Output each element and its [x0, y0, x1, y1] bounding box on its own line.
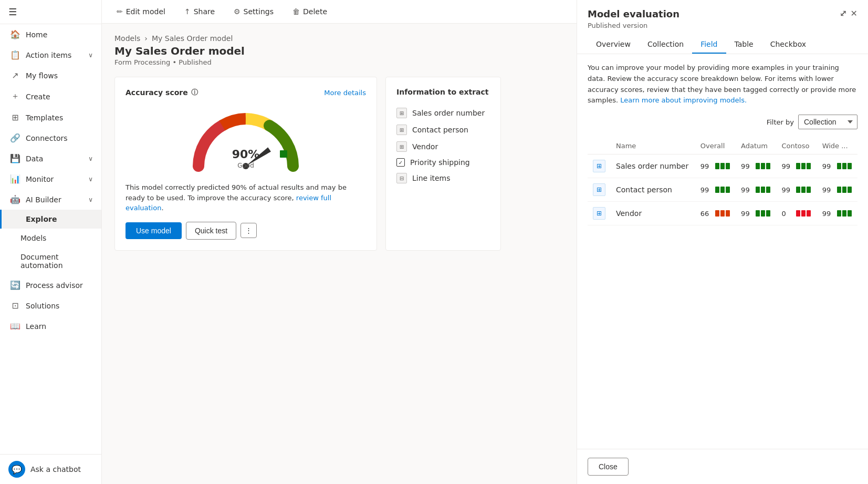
- sidebar-item-label: Learn: [26, 322, 46, 331]
- row-adatum: 99: [736, 155, 776, 178]
- sidebar-item-label: Explore: [26, 215, 57, 223]
- svg-text:90%: 90%: [232, 148, 260, 161]
- use-model-button[interactable]: Use model: [126, 222, 182, 239]
- list-item: ⊟ Line items: [396, 170, 490, 187]
- sidebar-item-connectors[interactable]: 🔗 Connectors: [0, 128, 101, 148]
- edit-model-button[interactable]: ✏ Edit model: [112, 5, 170, 18]
- info-card-title: Information to extract: [396, 88, 490, 96]
- sidebar-item-learn[interactable]: 📖 Learn: [0, 316, 101, 336]
- connectors-icon: 🔗: [10, 133, 20, 143]
- sidebar-item-data[interactable]: 💾 Data ∨: [0, 148, 101, 169]
- sidebar-item-models[interactable]: Models: [0, 229, 101, 248]
- accuracy-title-text: Accuracy score: [126, 88, 188, 97]
- learn-more-link[interactable]: Learn more about improving models.: [620, 96, 747, 104]
- row-contoso: 0: [776, 202, 817, 225]
- grid-icon: ⊞: [396, 108, 407, 118]
- row-name: Sales order number: [611, 155, 695, 178]
- sidebar-item-label: Solutions: [26, 302, 59, 310]
- sidebar-item-label: Document automation: [20, 253, 93, 270]
- sidebar-item-label: Process advisor: [26, 281, 83, 290]
- sidebar-item-home[interactable]: 🏠 Home: [0, 24, 101, 45]
- sidebar-header[interactable]: ☰: [0, 0, 101, 24]
- chevron-down-icon: ∨: [88, 196, 93, 203]
- sidebar-item-document-automation[interactable]: Document automation: [0, 248, 101, 275]
- close-button[interactable]: Close: [588, 458, 629, 476]
- chevron-down-icon: ∨: [88, 176, 93, 183]
- row-overall: 66: [695, 202, 736, 225]
- delete-button[interactable]: 🗑 Delete: [288, 5, 331, 18]
- row-contoso: 99: [776, 155, 817, 178]
- page-title: My Sales Order model: [114, 45, 564, 57]
- sidebar-item-my-flows[interactable]: ↗ My flows: [0, 65, 101, 86]
- sidebar-item-templates[interactable]: ⊞ Templates: [0, 107, 101, 128]
- table-header-row: Name Overall Adatum Contoso Wide ...: [588, 138, 857, 155]
- info-item-label: Line items: [412, 174, 451, 182]
- topbar: ✏ Edit model ↑ Share ⚙ Settings 🗑 Delete: [102, 0, 577, 24]
- quick-test-button[interactable]: Quick test: [186, 222, 236, 240]
- delete-label: Delete: [303, 7, 327, 16]
- share-label: Share: [194, 7, 215, 16]
- panel-title-actions: ⤢ ✕: [840, 8, 857, 18]
- sidebar-item-monitor[interactable]: 📊 Monitor ∨: [0, 169, 101, 189]
- breadcrumb-parent[interactable]: Models: [114, 34, 140, 43]
- tab-field[interactable]: Field: [692, 36, 726, 54]
- accuracy-description: This model correctly predicted 90% of ac…: [126, 182, 366, 213]
- tab-collection[interactable]: Collection: [639, 36, 692, 54]
- model-evaluation-panel: Model evaluation ⤢ ✕ Published version O…: [577, 0, 868, 484]
- flows-icon: ↗: [10, 70, 20, 80]
- tab-overview[interactable]: Overview: [588, 36, 639, 54]
- sidebar-item-label: AI Builder: [26, 195, 61, 204]
- sidebar-item-create[interactable]: ＋ Create: [0, 86, 101, 107]
- row-wide: 99: [817, 202, 857, 225]
- list-item: ⊞ Contact person: [396, 121, 490, 138]
- row-icon-cell: ⊞: [588, 178, 611, 202]
- panel-title-text: Model evaluation: [588, 8, 679, 19]
- solutions-icon: ⊡: [10, 301, 20, 311]
- panel-description: You can improve your model by providing …: [588, 63, 857, 106]
- edit-model-label: Edit model: [126, 7, 165, 16]
- chatbot-icon: 💬: [8, 461, 25, 478]
- row-overall: 99: [695, 178, 736, 202]
- th-adatum: Adatum: [736, 138, 776, 155]
- breadcrumb-current: My Sales Order model: [152, 34, 233, 43]
- card-header: Accuracy score ⓘ More details: [126, 88, 366, 97]
- tab-table[interactable]: Table: [726, 36, 762, 54]
- share-button[interactable]: ↑ Share: [180, 5, 219, 18]
- gauge-container: 90% Good: [126, 106, 366, 174]
- table-body: ⊞ Sales order number 99 99 99 99 ⊞ Conta…: [588, 155, 857, 225]
- row-name: Contact person: [611, 178, 695, 202]
- filter-select[interactable]: Collection All Adatum Contoso Wide World: [798, 115, 857, 129]
- process-advisor-icon: 🔄: [10, 280, 20, 290]
- expand-icon[interactable]: ⤢: [840, 8, 846, 18]
- row-name: Vendor: [611, 202, 695, 225]
- sidebar-item-label: Home: [26, 30, 47, 39]
- sidebar-item-label: Templates: [26, 114, 63, 122]
- close-panel-icon[interactable]: ✕: [851, 8, 857, 18]
- sidebar-item-action-items[interactable]: 📋 Action items ∨: [0, 45, 101, 65]
- sidebar-item-solutions[interactable]: ⊡ Solutions: [0, 295, 101, 316]
- svg-text:Good: Good: [237, 162, 254, 169]
- row-icon-cell: ⊞: [588, 155, 611, 178]
- panel-subtitle: Published version: [588, 22, 857, 29]
- grid-icon: ⊞: [396, 125, 407, 135]
- info-item-label: Priority shipping: [410, 158, 470, 167]
- row-icon-cell: ⊞: [588, 202, 611, 225]
- accuracy-card: Accuracy score ⓘ More details: [114, 77, 377, 251]
- tab-checkbox[interactable]: Checkbox: [762, 36, 814, 54]
- field-icon: ⊞: [593, 183, 605, 196]
- sidebar-item-ai-builder[interactable]: 🤖 AI Builder ∨: [0, 189, 101, 210]
- sidebar-item-explore[interactable]: Explore: [0, 210, 101, 229]
- more-details-link[interactable]: More details: [324, 89, 366, 97]
- chatbot-button[interactable]: 💬 Ask a chatbot: [0, 454, 101, 484]
- row-adatum: 99: [736, 202, 776, 225]
- list-item: ⊞ Sales order number: [396, 105, 490, 121]
- settings-button[interactable]: ⚙ Settings: [229, 5, 278, 18]
- page-subtitle: Form Processing • Published: [114, 58, 564, 66]
- main-content: ✏ Edit model ↑ Share ⚙ Settings 🗑 Delete…: [102, 0, 577, 484]
- sidebar-item-label: Monitor: [26, 175, 54, 183]
- sidebar-item-label: Data: [26, 155, 43, 163]
- delete-icon: 🗑: [292, 7, 300, 16]
- sidebar-item-process-advisor[interactable]: 🔄 Process advisor: [0, 275, 101, 295]
- hamburger-icon[interactable]: ☰: [8, 6, 17, 17]
- more-options-button[interactable]: ⋮: [240, 223, 257, 238]
